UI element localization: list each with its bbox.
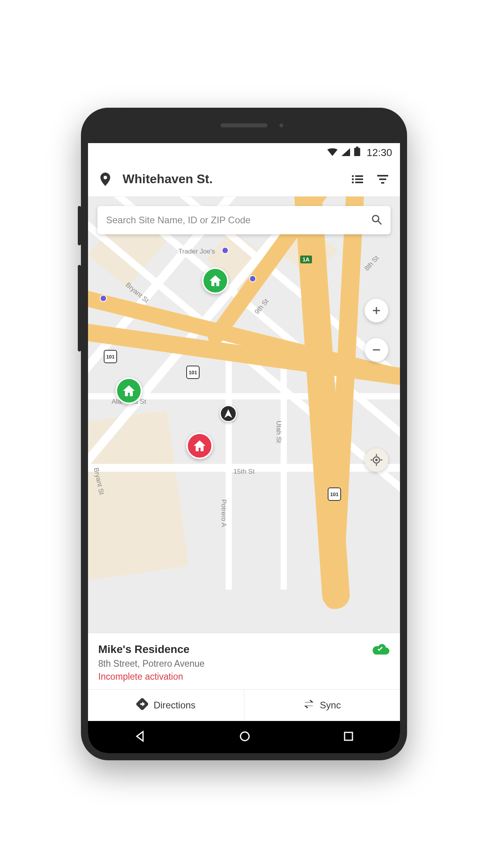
cloud-synced-icon xyxy=(372,643,390,656)
crosshair-icon xyxy=(371,454,382,466)
svg-rect-3 xyxy=(355,175,363,177)
street-label: 15th St xyxy=(233,468,255,476)
status-time: 12:30 xyxy=(367,147,392,159)
search-icon[interactable] xyxy=(371,214,382,226)
map-road xyxy=(226,354,232,590)
street-label: Potrero A xyxy=(220,499,227,527)
poi-dot-icon xyxy=(100,295,107,302)
zoom-in-button[interactable] xyxy=(365,299,388,322)
directions-icon xyxy=(136,698,148,712)
location-pin-icon[interactable] xyxy=(97,171,113,187)
nav-home-button[interactable] xyxy=(239,730,251,744)
filter-icon[interactable] xyxy=(375,171,391,187)
street-label: 8th St xyxy=(363,254,381,272)
svg-rect-0 xyxy=(356,147,359,148)
phone-speaker xyxy=(220,123,268,127)
site-marker-red[interactable] xyxy=(186,432,213,459)
map-poi-label: Trader Joe's xyxy=(178,248,215,256)
current-location-icon xyxy=(220,405,237,422)
site-info-card: Mike's Residence 8th Street, Potrero Ave… xyxy=(88,633,400,689)
route-shield-101: 101 xyxy=(186,366,200,379)
screen: 12:30 Whitehaven St. xyxy=(88,143,400,753)
svg-point-17 xyxy=(375,459,378,461)
svg-point-4 xyxy=(352,178,354,180)
zoom-out-button[interactable] xyxy=(365,338,388,362)
sync-button[interactable]: Sync xyxy=(244,690,400,721)
nav-recent-button[interactable] xyxy=(343,731,354,743)
action-bar: Directions Sync xyxy=(88,689,400,721)
directions-button[interactable]: Directions xyxy=(88,690,244,721)
sync-icon xyxy=(303,699,314,711)
svg-rect-9 xyxy=(379,178,386,180)
locate-me-button[interactable] xyxy=(365,448,388,472)
svg-rect-10 xyxy=(381,182,384,184)
route-badge-1a: 1A xyxy=(300,256,312,263)
nav-back-button[interactable] xyxy=(134,730,146,744)
phone-camera xyxy=(279,123,283,127)
power-button xyxy=(78,206,81,245)
map[interactable]: Trader Joe's Bryant St Alameda St 15th S… xyxy=(88,197,400,633)
page-title: Whitehaven St. xyxy=(123,172,340,186)
home-icon xyxy=(209,275,221,286)
svg-point-6 xyxy=(352,181,354,183)
svg-rect-8 xyxy=(377,175,388,177)
battery-icon xyxy=(354,147,360,159)
svg-rect-5 xyxy=(355,178,363,180)
phone-frame: 12:30 Whitehaven St. xyxy=(81,108,407,760)
svg-point-2 xyxy=(352,175,354,177)
map-road xyxy=(281,354,287,590)
svg-rect-24 xyxy=(345,732,352,740)
list-view-icon[interactable] xyxy=(350,171,365,187)
site-name: Mike's Residence xyxy=(98,643,372,656)
sync-label: Sync xyxy=(320,700,341,711)
street-label: Utah St xyxy=(275,421,283,443)
directions-label: Directions xyxy=(154,700,196,711)
wifi-icon xyxy=(327,147,338,159)
svg-rect-7 xyxy=(355,182,363,183)
home-icon xyxy=(123,385,135,396)
route-shield-101: 101 xyxy=(328,487,341,501)
site-status: Incomplete activation xyxy=(98,671,390,682)
search-input[interactable] xyxy=(106,215,371,226)
svg-point-23 xyxy=(240,732,249,741)
site-marker-green[interactable] xyxy=(202,267,229,294)
poi-dot-icon xyxy=(249,275,256,282)
svg-line-12 xyxy=(378,221,381,224)
svg-rect-1 xyxy=(354,148,360,156)
home-icon xyxy=(194,440,205,451)
volume-button xyxy=(78,265,81,351)
cellular-icon xyxy=(341,147,350,159)
route-shield-101: 101 xyxy=(104,350,117,363)
app-bar: Whitehaven St. xyxy=(88,162,400,197)
android-nav-bar xyxy=(88,721,400,753)
poi-dot-icon xyxy=(222,247,229,254)
status-bar: 12:30 xyxy=(88,143,400,162)
site-marker-green[interactable] xyxy=(116,377,142,404)
site-address: 8th Street, Potrero Avenue xyxy=(98,658,390,669)
search-box[interactable] xyxy=(97,206,391,234)
